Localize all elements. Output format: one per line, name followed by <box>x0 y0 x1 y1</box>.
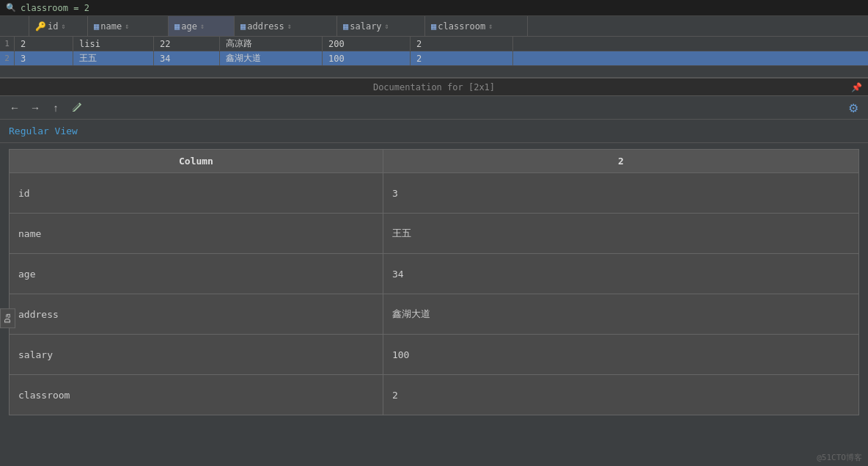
doc-row-value: 2 <box>383 375 858 415</box>
cell-age-2: 34 <box>154 51 220 65</box>
doc-header: Documentation for [2x1] 📌 <box>0 79 868 96</box>
data-rows: 1 2 lisi 22 高凉路 200 2 2 3 王五 34 鑫湖大道 100… <box>0 37 868 66</box>
up-button[interactable]: ↑ <box>47 99 65 117</box>
regular-view-link[interactable]: Regular View <box>9 125 78 136</box>
classroom-table-icon: ▦ <box>431 21 436 32</box>
table-row[interactable]: 1 2 lisi 22 高凉路 200 2 <box>0 37 868 51</box>
address-table-icon: ▦ <box>240 21 246 32</box>
col-header-address[interactable]: ▦ address ⇕ <box>235 16 337 36</box>
cell-age-1: 22 <box>154 37 220 51</box>
forward-button[interactable]: → <box>26 99 44 117</box>
cell-classroom-2: 2 <box>411 51 513 65</box>
doc-row-value: 鑫湖大道 <box>383 294 858 335</box>
doc-row-column: address <box>10 294 383 335</box>
doc-table-row: address鑫湖大道 <box>10 294 859 335</box>
cell-salary-1: 200 <box>323 37 411 51</box>
cell-address-1: 高凉路 <box>220 37 323 51</box>
regular-view-bar: Regular View <box>0 120 868 143</box>
doc-row-column: name <box>10 214 383 254</box>
salary-sort-icon: ⇕ <box>385 22 389 30</box>
edit-button[interactable] <box>67 99 85 117</box>
doc-row-value: 3 <box>383 173 858 214</box>
doc-title: Documentation for [2x1] <box>373 82 495 92</box>
address-sort-icon: ⇕ <box>287 22 292 30</box>
back-button[interactable]: ← <box>6 99 23 117</box>
col-header-column: Column <box>10 150 383 173</box>
doc-table-row: classroom2 <box>10 375 859 415</box>
doc-row-column: id <box>10 173 383 214</box>
row-num-1: 1 <box>0 37 15 51</box>
doc-row-column: salary <box>10 335 383 375</box>
col-header-value: 2 <box>383 150 858 173</box>
age-sort-icon: ⇕ <box>200 22 205 30</box>
search-icon: 🔍 <box>6 3 16 12</box>
name-sort-icon: ⇕ <box>125 22 129 30</box>
col-header-age[interactable]: ▦ age ⇕ <box>169 16 235 36</box>
cell-classroom-1: 2 <box>411 37 513 51</box>
cell-salary-2: 100 <box>323 51 411 65</box>
name-col-label: name <box>100 21 122 32</box>
col-header-salary[interactable]: ▦ salary ⇕ <box>337 16 425 36</box>
classroom-col-label: classroom <box>438 21 485 32</box>
row-num-header <box>15 16 29 36</box>
id-table-icon: 🔑 <box>35 21 46 32</box>
doc-panel: Documentation for [2x1] 📌 ← → ↑ ⚙ Regula… <box>0 78 868 466</box>
col-header-name[interactable]: ▦ name ⇕ <box>88 16 169 36</box>
id-sort-icon: ⇕ <box>61 22 65 30</box>
name-table-icon: ▦ <box>94 21 99 32</box>
classroom-sort-icon: ⇕ <box>488 22 493 30</box>
doc-table-row: id3 <box>10 173 859 214</box>
table-row[interactable]: 2 3 王五 34 鑫湖大道 100 2 <box>0 51 868 66</box>
query-text: classroom = 2 <box>21 3 89 13</box>
doc-table-row: salary100 <box>10 335 859 375</box>
col-header-id[interactable]: 🔑 id ⇕ <box>29 16 88 36</box>
doc-row-column: classroom <box>10 375 383 415</box>
doc-table-row: age34 <box>10 254 859 294</box>
attribution: @51CTO博客 <box>817 452 862 463</box>
id-col-label: id <box>48 21 58 32</box>
gear-button[interactable]: ⚙ <box>845 99 862 117</box>
age-table-icon: ▦ <box>174 21 180 32</box>
top-bar: 🔍 classroom = 2 <box>0 0 868 16</box>
grid-area: 🔑 id ⇕ ▦ name ⇕ ▦ age ⇕ ▦ address ⇕ ▦ s <box>0 16 868 78</box>
cell-address-2: 鑫湖大道 <box>220 51 323 65</box>
cell-name-1: lisi <box>73 37 154 51</box>
address-col-label: address <box>247 21 284 32</box>
doc-table: Column 2 id3name王五age34address鑫湖大道salary… <box>9 149 859 415</box>
doc-table-row: name王五 <box>10 214 859 254</box>
doc-row-value: 王五 <box>383 214 858 254</box>
doc-row-column: age <box>10 254 383 294</box>
salary-table-icon: ▦ <box>343 21 348 32</box>
cell-id-1: 2 <box>15 37 73 51</box>
doc-table-wrapper: Column 2 id3name王五age34address鑫湖大道salary… <box>0 143 868 466</box>
cell-name-2: 王五 <box>73 51 154 65</box>
doc-row-value: 34 <box>383 254 858 294</box>
row-num-2: 2 <box>0 51 15 65</box>
salary-col-label: salary <box>350 21 381 32</box>
col-header-classroom[interactable]: ▦ classroom ⇕ <box>425 16 528 36</box>
cell-id-2: 3 <box>15 51 73 65</box>
age-col-label: age <box>181 21 197 32</box>
left-tab[interactable]: Da <box>0 308 15 328</box>
pin-icon[interactable]: 📌 <box>851 82 862 92</box>
toolbar: ← → ↑ ⚙ <box>0 96 868 120</box>
col-headers: 🔑 id ⇕ ▦ name ⇕ ▦ age ⇕ ▦ address ⇕ ▦ s <box>0 16 868 37</box>
doc-row-value: 100 <box>383 335 858 375</box>
